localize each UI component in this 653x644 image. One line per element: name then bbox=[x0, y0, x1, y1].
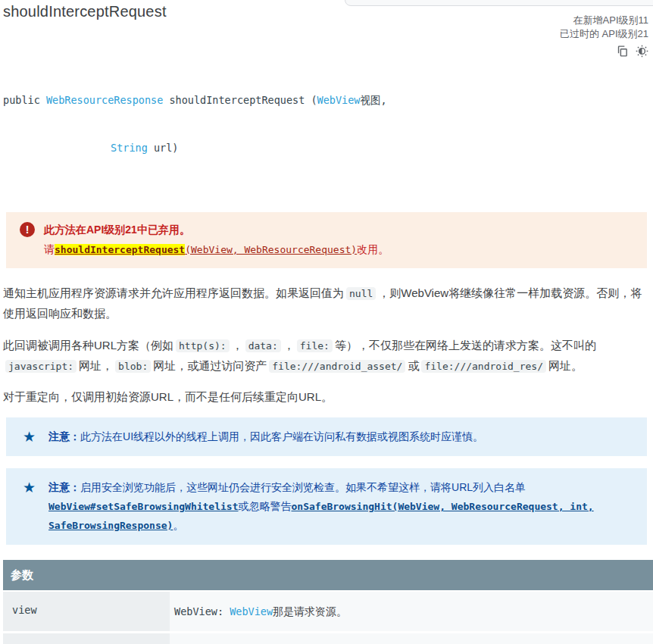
android-res-path-code: file:///android_res/ bbox=[421, 360, 546, 373]
doc-page: shouldInterceptRequest 在新增API级别11 已过时的 A… bbox=[0, 0, 653, 644]
note-label: 注意： bbox=[48, 481, 80, 493]
description-paragraph-3: 对于重定向，仅调用初始资源URL，而不是任何后续重定向URL。 bbox=[3, 387, 650, 407]
theme-toggle-icon bbox=[636, 45, 648, 58]
note-text: 注意：启用安全浏览功能后，这些网址仍会进行安全浏览检查。如果不希望这样，请将UR… bbox=[48, 478, 633, 535]
webresourceresponse-type-link[interactable]: WebResourceResponse bbox=[46, 94, 163, 106]
text-segment: 网址。 bbox=[548, 359, 583, 372]
text-segment: 或忽略警告 bbox=[239, 500, 292, 512]
text-segment: 等），不仅那些在网络上发送的请求方案。这不叫的 bbox=[335, 339, 596, 352]
param-name-url: url bbox=[3, 633, 170, 644]
param-type-label: WebView: bbox=[174, 605, 230, 617]
text-segment: 或 bbox=[408, 359, 419, 372]
deprecation-title: 此方法在API级别21中已弃用。 bbox=[44, 222, 389, 237]
api-added-label: 在新增API级别11 bbox=[560, 14, 648, 27]
null-code: null bbox=[346, 287, 376, 300]
parameters-table-header: 参数 bbox=[3, 560, 653, 590]
table-row-view: view WebView: WebView那是请求资源。 bbox=[3, 592, 653, 631]
webview-type-link[interactable]: WebView bbox=[317, 94, 361, 106]
text-segment: 网址， bbox=[79, 359, 113, 372]
param-name-view: view bbox=[3, 592, 170, 631]
text-segment: ， bbox=[232, 339, 243, 352]
theme-toggle-button[interactable] bbox=[636, 45, 648, 58]
signature-line-1: public WebResourceResponse shouldInterce… bbox=[3, 92, 650, 108]
copy-icon bbox=[616, 45, 629, 58]
string-type-link[interactable]: String bbox=[111, 142, 148, 154]
method-header: shouldInterceptRequest 在新增API级别11 已过时的 A… bbox=[3, 0, 650, 41]
copy-link-button[interactable] bbox=[616, 45, 629, 58]
set-safebrowsing-whitelist-link[interactable]: WebView#setSafeBrowsingWhitelist bbox=[48, 501, 238, 512]
deprecation-warning-box: ! 此方法在API级别21中已弃用。 请shouldInterceptReque… bbox=[6, 212, 647, 268]
note-box-threading: ★ 注意：此方法在UI线程以外的线程上调用，因此客户端在访问私有数据或视图系统时… bbox=[6, 417, 647, 456]
parameters-table: 参数 view WebView: WebView那是请求资源。 url Stri… bbox=[3, 560, 653, 644]
signature-line-2: String url) bbox=[111, 140, 650, 156]
param2-name-text: url) bbox=[148, 142, 179, 154]
text-segment: 此回调被调用各种URL方案（例如 bbox=[3, 339, 173, 352]
text-segment: 此方法在UI线程以外的线程上调用，因此客户端在访问私有数据或视图系统时应谨慎。 bbox=[80, 430, 483, 442]
replacement-method-args: (WebView, WebResourceRequest) bbox=[185, 244, 357, 255]
text-segment: 请 bbox=[44, 243, 55, 255]
param-desc-view: WebView: WebView那是请求资源。 bbox=[170, 592, 653, 631]
param1-name-text: 视图, bbox=[360, 94, 386, 106]
star-icon: ★ bbox=[23, 478, 36, 497]
page-title: shouldInterceptRequest bbox=[3, 3, 167, 20]
text-segment: 那是请求资源。 bbox=[273, 605, 347, 617]
method-name-text: shouldInterceptRequest ( bbox=[163, 94, 317, 106]
star-icon: ★ bbox=[23, 427, 36, 446]
deprecation-detail: 请shouldInterceptRequest(WebView, WebReso… bbox=[44, 242, 389, 258]
http-scheme-code: http(s): bbox=[176, 339, 230, 352]
api-deprecated-label: 已过时的 API级别21 bbox=[560, 27, 648, 40]
highlighted-method-name: shouldInterceptRequest bbox=[55, 244, 185, 255]
data-scheme-code: data: bbox=[245, 339, 281, 352]
text-segment: 通知主机应用程序资源请求并允许应用程序返回数据。如果返回值为 bbox=[3, 286, 344, 299]
error-icon: ! bbox=[20, 222, 35, 237]
api-level-info: 在新增API级别11 已过时的 API级别21 bbox=[560, 14, 648, 41]
note-text: 注意：此方法在UI线程以外的线程上调用，因此客户端在访问私有数据或视图系统时应谨… bbox=[48, 427, 633, 446]
text-segment: 对于重定向，仅调用初始资源URL，而不是任何后续重定向URL。 bbox=[3, 390, 333, 403]
text-segment: 改用。 bbox=[357, 243, 389, 255]
replacement-method-link[interactable]: shouldInterceptRequest(WebView, WebResou… bbox=[55, 244, 357, 255]
note-box-safebrowsing: ★ 注意：启用安全浏览功能后，这些网址仍会进行安全浏览检查。如果不希望这样，请将… bbox=[6, 468, 647, 545]
text-segment: 网址，或通过访问资产 bbox=[153, 359, 267, 372]
android-asset-path-code: file:///android_asset/ bbox=[269, 360, 405, 373]
param-desc-url: String: 资源的原始URL。 bbox=[170, 633, 653, 644]
text-segment: 。 bbox=[173, 519, 183, 531]
javascript-scheme-code: javascript: bbox=[5, 360, 77, 373]
text-segment: ， bbox=[283, 339, 295, 352]
webview-class-link[interactable]: WebView bbox=[230, 605, 273, 617]
description-paragraph-2: 此回调被调用各种URL方案（例如http(s):，data:，file:等），不… bbox=[3, 336, 650, 377]
text-segment: 启用安全浏览功能后，这些网址仍会进行安全浏览检查。如果不希望这样，请将URL列入… bbox=[80, 481, 526, 493]
method-signature: public WebResourceResponse shouldInterce… bbox=[3, 61, 650, 188]
action-icons bbox=[3, 45, 648, 58]
note-label: 注意： bbox=[48, 430, 80, 442]
file-scheme-code: file: bbox=[297, 339, 333, 352]
table-row-url: url String: 资源的原始URL。 bbox=[3, 633, 653, 644]
blob-scheme-code: blob: bbox=[115, 360, 151, 373]
description-paragraph-1: 通知主机应用程序资源请求并允许应用程序返回数据。如果返回值为null，则WebV… bbox=[3, 283, 650, 324]
public-keyword: public bbox=[3, 94, 46, 106]
